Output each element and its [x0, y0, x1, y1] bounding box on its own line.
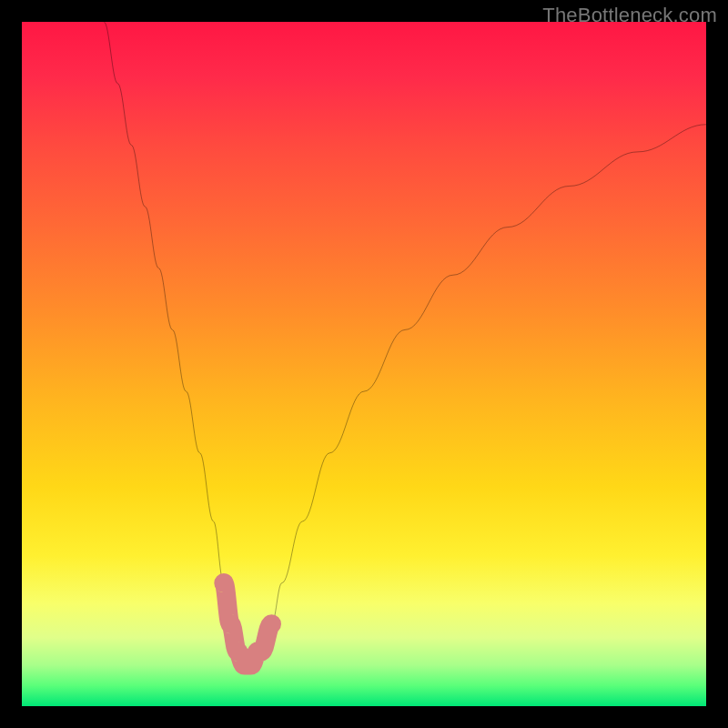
watermark-text: TheBottleneck.com — [542, 4, 717, 27]
valley-marker — [224, 583, 272, 665]
chart-frame: TheBottleneck.com — [0, 0, 728, 728]
curve-right — [261, 125, 706, 652]
plot-area — [22, 22, 706, 706]
curve-layer — [22, 22, 706, 706]
curve-left — [104, 22, 238, 652]
